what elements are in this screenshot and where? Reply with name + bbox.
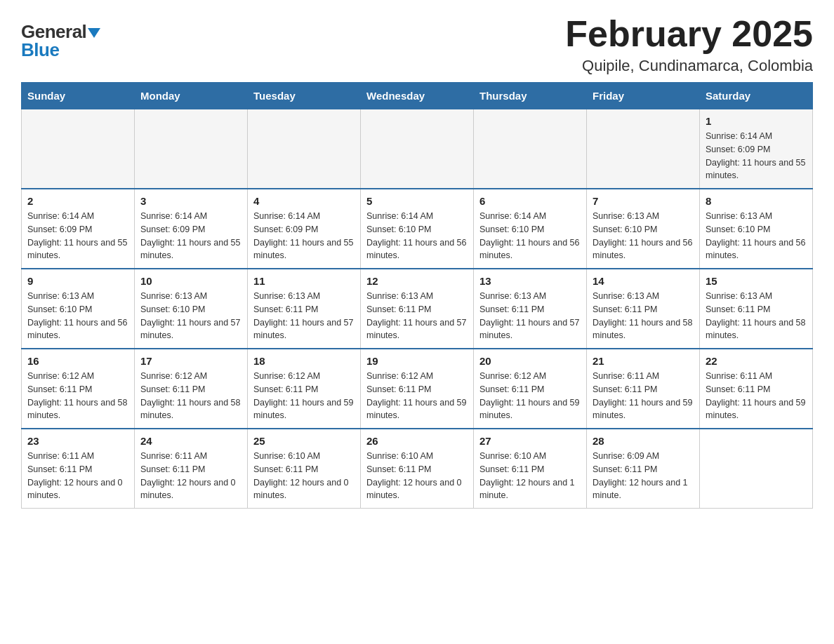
calendar-week-row: 1Sunrise: 6:14 AM Sunset: 6:09 PM Daylig…: [22, 109, 813, 189]
calendar-cell: 4Sunrise: 6:14 AM Sunset: 6:09 PM Daylig…: [248, 189, 361, 269]
calendar-week-row: 23Sunrise: 6:11 AM Sunset: 6:11 PM Dayli…: [22, 429, 813, 509]
day-number: 13: [479, 275, 581, 287]
calendar-cell: [587, 109, 700, 189]
day-number: 19: [366, 355, 468, 367]
column-header-tuesday: Tuesday: [248, 83, 361, 109]
day-number: 8: [706, 195, 807, 207]
day-number: 18: [253, 355, 355, 367]
day-number: 3: [140, 195, 241, 207]
calendar-cell: 5Sunrise: 6:14 AM Sunset: 6:10 PM Daylig…: [361, 189, 474, 269]
day-info: Sunrise: 6:10 AM Sunset: 6:11 PM Dayligh…: [253, 450, 355, 502]
day-info: Sunrise: 6:12 AM Sunset: 6:11 PM Dayligh…: [140, 370, 241, 422]
calendar-header-row: SundayMondayTuesdayWednesdayThursdayFrid…: [22, 83, 813, 109]
day-number: 9: [27, 275, 128, 287]
day-info: Sunrise: 6:09 AM Sunset: 6:11 PM Dayligh…: [593, 450, 694, 502]
day-number: 15: [706, 275, 807, 287]
day-number: 1: [706, 115, 807, 127]
calendar-cell: 22Sunrise: 6:11 AM Sunset: 6:11 PM Dayli…: [700, 349, 813, 429]
day-number: 25: [253, 435, 355, 447]
column-header-thursday: Thursday: [474, 83, 587, 109]
calendar-week-row: 9Sunrise: 6:13 AM Sunset: 6:10 PM Daylig…: [22, 269, 813, 349]
day-info: Sunrise: 6:14 AM Sunset: 6:09 PM Dayligh…: [706, 130, 807, 182]
calendar-cell: [135, 109, 248, 189]
day-info: Sunrise: 6:13 AM Sunset: 6:10 PM Dayligh…: [140, 290, 241, 342]
calendar-cell: 6Sunrise: 6:14 AM Sunset: 6:10 PM Daylig…: [474, 189, 587, 269]
day-info: Sunrise: 6:14 AM Sunset: 6:09 PM Dayligh…: [27, 210, 128, 262]
day-info: Sunrise: 6:13 AM Sunset: 6:11 PM Dayligh…: [479, 290, 581, 342]
calendar-cell: 12Sunrise: 6:13 AM Sunset: 6:11 PM Dayli…: [361, 269, 474, 349]
calendar-cell: 28Sunrise: 6:09 AM Sunset: 6:11 PM Dayli…: [587, 429, 700, 509]
day-number: 10: [140, 275, 241, 287]
day-number: 16: [27, 355, 128, 367]
calendar-cell: 8Sunrise: 6:13 AM Sunset: 6:10 PM Daylig…: [700, 189, 813, 269]
day-number: 27: [479, 435, 581, 447]
day-number: 7: [593, 195, 694, 207]
day-number: 24: [140, 435, 241, 447]
logo-triangle-icon: [88, 28, 100, 38]
day-info: Sunrise: 6:14 AM Sunset: 6:10 PM Dayligh…: [366, 210, 468, 262]
day-info: Sunrise: 6:13 AM Sunset: 6:11 PM Dayligh…: [593, 290, 694, 342]
day-number: 21: [593, 355, 694, 367]
page-header: General Blue February 2025 Quipile, Cund…: [21, 14, 813, 75]
day-number: 14: [593, 275, 694, 287]
day-info: Sunrise: 6:14 AM Sunset: 6:09 PM Dayligh…: [253, 210, 355, 262]
calendar-cell: 13Sunrise: 6:13 AM Sunset: 6:11 PM Dayli…: [474, 269, 587, 349]
calendar-cell: 7Sunrise: 6:13 AM Sunset: 6:10 PM Daylig…: [587, 189, 700, 269]
column-header-sunday: Sunday: [22, 83, 135, 109]
calendar-cell: 9Sunrise: 6:13 AM Sunset: 6:10 PM Daylig…: [22, 269, 135, 349]
calendar-cell: 14Sunrise: 6:13 AM Sunset: 6:11 PM Dayli…: [587, 269, 700, 349]
day-info: Sunrise: 6:14 AM Sunset: 6:09 PM Dayligh…: [140, 210, 241, 262]
day-info: Sunrise: 6:12 AM Sunset: 6:11 PM Dayligh…: [479, 370, 581, 422]
logo-blue-text: Blue: [21, 39, 59, 61]
column-header-wednesday: Wednesday: [361, 83, 474, 109]
calendar-cell: 10Sunrise: 6:13 AM Sunset: 6:10 PM Dayli…: [135, 269, 248, 349]
calendar-cell: 2Sunrise: 6:14 AM Sunset: 6:09 PM Daylig…: [22, 189, 135, 269]
day-info: Sunrise: 6:13 AM Sunset: 6:11 PM Dayligh…: [366, 290, 468, 342]
day-info: Sunrise: 6:13 AM Sunset: 6:10 PM Dayligh…: [27, 290, 128, 342]
day-info: Sunrise: 6:12 AM Sunset: 6:11 PM Dayligh…: [253, 370, 355, 422]
column-header-monday: Monday: [135, 83, 248, 109]
calendar-cell: 3Sunrise: 6:14 AM Sunset: 6:09 PM Daylig…: [135, 189, 248, 269]
day-number: 6: [479, 195, 581, 207]
day-info: Sunrise: 6:11 AM Sunset: 6:11 PM Dayligh…: [140, 450, 241, 502]
calendar-cell: 16Sunrise: 6:12 AM Sunset: 6:11 PM Dayli…: [22, 349, 135, 429]
calendar-cell: [474, 109, 587, 189]
month-title: February 2025: [565, 14, 813, 54]
day-number: 17: [140, 355, 241, 367]
day-number: 26: [366, 435, 468, 447]
day-number: 23: [27, 435, 128, 447]
day-info: Sunrise: 6:11 AM Sunset: 6:11 PM Dayligh…: [593, 370, 694, 422]
calendar-table: SundayMondayTuesdayWednesdayThursdayFrid…: [21, 82, 813, 509]
day-info: Sunrise: 6:12 AM Sunset: 6:11 PM Dayligh…: [366, 370, 468, 422]
logo: General Blue: [21, 21, 100, 61]
calendar-cell: 23Sunrise: 6:11 AM Sunset: 6:11 PM Dayli…: [22, 429, 135, 509]
calendar-cell: 20Sunrise: 6:12 AM Sunset: 6:11 PM Dayli…: [474, 349, 587, 429]
day-info: Sunrise: 6:10 AM Sunset: 6:11 PM Dayligh…: [479, 450, 581, 502]
day-number: 22: [706, 355, 807, 367]
title-area: February 2025 Quipile, Cundinamarca, Col…: [565, 14, 813, 75]
day-number: 2: [27, 195, 128, 207]
day-info: Sunrise: 6:14 AM Sunset: 6:10 PM Dayligh…: [479, 210, 581, 262]
calendar-cell: 24Sunrise: 6:11 AM Sunset: 6:11 PM Dayli…: [135, 429, 248, 509]
day-info: Sunrise: 6:13 AM Sunset: 6:10 PM Dayligh…: [593, 210, 694, 262]
column-header-saturday: Saturday: [700, 83, 813, 109]
calendar-cell: 18Sunrise: 6:12 AM Sunset: 6:11 PM Dayli…: [248, 349, 361, 429]
calendar-cell: 15Sunrise: 6:13 AM Sunset: 6:11 PM Dayli…: [700, 269, 813, 349]
calendar-cell: [361, 109, 474, 189]
day-number: 28: [593, 435, 694, 447]
day-number: 20: [479, 355, 581, 367]
day-info: Sunrise: 6:11 AM Sunset: 6:11 PM Dayligh…: [706, 370, 807, 422]
calendar-cell: 26Sunrise: 6:10 AM Sunset: 6:11 PM Dayli…: [361, 429, 474, 509]
calendar-cell: [22, 109, 135, 189]
calendar-cell: [248, 109, 361, 189]
calendar-cell: 11Sunrise: 6:13 AM Sunset: 6:11 PM Dayli…: [248, 269, 361, 349]
calendar-cell: 21Sunrise: 6:11 AM Sunset: 6:11 PM Dayli…: [587, 349, 700, 429]
day-number: 11: [253, 275, 355, 287]
calendar-cell: 25Sunrise: 6:10 AM Sunset: 6:11 PM Dayli…: [248, 429, 361, 509]
location-subtitle: Quipile, Cundinamarca, Colombia: [565, 57, 813, 75]
day-number: 4: [253, 195, 355, 207]
column-header-friday: Friday: [587, 83, 700, 109]
calendar-cell: [700, 429, 813, 509]
day-info: Sunrise: 6:13 AM Sunset: 6:10 PM Dayligh…: [706, 210, 807, 262]
day-info: Sunrise: 6:12 AM Sunset: 6:11 PM Dayligh…: [27, 370, 128, 422]
